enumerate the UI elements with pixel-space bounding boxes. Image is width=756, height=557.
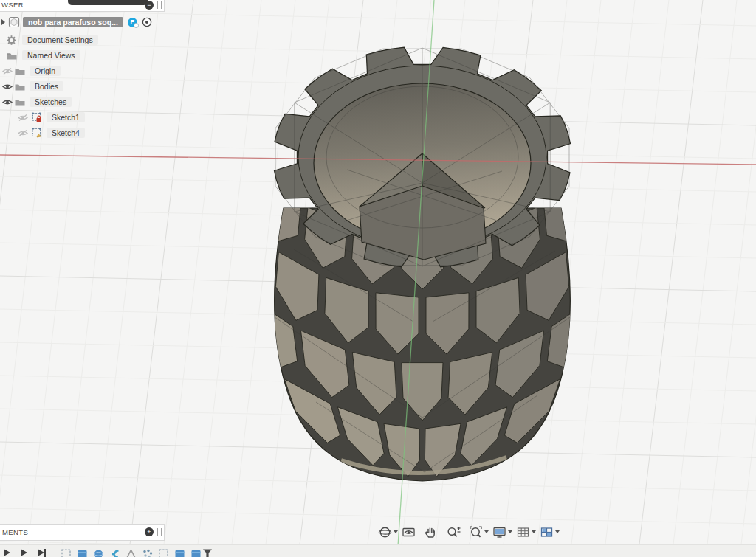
timeline-end-bar	[44, 549, 46, 557]
tree-row-sketches[interactable]: Sketches	[2, 95, 72, 108]
orbit-button[interactable]	[378, 525, 398, 539]
sketch-locked-icon	[32, 112, 43, 122]
timeline-play-button[interactable]	[4, 549, 10, 556]
tree-item-label[interactable]: Sketch1	[47, 112, 85, 122]
collaborator-badge[interactable]: E	[128, 18, 137, 27]
tree-row-sketch1[interactable]: Sketch1	[18, 111, 85, 124]
grid-settings-button[interactable]	[516, 525, 536, 539]
timeline-go-to-end-button[interactable]	[38, 549, 44, 556]
timeline-feature-sketch-icon[interactable]	[61, 548, 72, 557]
timeline-feature-revolve-icon[interactable]	[93, 548, 104, 557]
timeline-filter-icon[interactable]	[202, 548, 213, 557]
zoom-button[interactable]	[446, 525, 461, 539]
chevron-down-icon[interactable]	[532, 530, 536, 533]
add-comment-button[interactable]: +	[145, 527, 154, 536]
timeline-feature-loft-icon[interactable]	[126, 548, 137, 557]
browser-header-label: WSER	[1, 1, 24, 9]
look-at-button[interactable]	[402, 525, 416, 539]
expand-caret-icon[interactable]	[0, 18, 6, 26]
display-settings-button[interactable]	[492, 525, 512, 539]
tree-item-label[interactable]: Origin	[30, 66, 61, 76]
timeline-feature-extrude-icon[interactable]	[77, 548, 88, 557]
comments-panel-grip[interactable]	[157, 528, 162, 536]
tree-item-label[interactable]: Document Settings	[22, 35, 98, 45]
pan-button[interactable]	[424, 525, 438, 539]
timeline-feature-pattern-icon[interactable]	[142, 548, 153, 557]
component-icon	[8, 16, 20, 28]
tree-item-label[interactable]: Sketch4	[47, 128, 85, 138]
fusion360-window: WSER − nob para parafuso soq... E	[0, 0, 756, 557]
viewports-icon	[540, 525, 554, 539]
viewport-canvas[interactable]	[0, 0, 756, 557]
browser-panel-grip[interactable]	[157, 1, 162, 9]
orbit-icon	[378, 525, 392, 539]
visibility-on-icon[interactable]	[2, 98, 13, 106]
chevron-down-icon[interactable]	[394, 530, 398, 533]
panel-scroll-handle[interactable]	[68, 0, 148, 5]
display-settings-icon	[492, 525, 506, 539]
timeline-bar	[0, 544, 756, 557]
pan-hand-icon	[424, 525, 438, 539]
folder-icon	[15, 83, 25, 91]
timeline-play-forward-button[interactable]	[21, 549, 27, 556]
timeline-feature-sweep-icon[interactable]	[109, 548, 120, 557]
timeline-feature-extrude-icon[interactable]	[174, 548, 185, 557]
viewports-button[interactable]	[540, 525, 560, 539]
grid-icon	[516, 525, 530, 539]
tree-item-label[interactable]: Named Views	[22, 50, 80, 60]
comments-panel-header: MENTS +	[0, 524, 165, 541]
visibility-off-icon[interactable]	[18, 129, 28, 137]
chevron-down-icon[interactable]	[508, 530, 512, 533]
visibility-off-icon[interactable]	[18, 114, 28, 122]
tree-row-sketch4[interactable]: Sketch4	[18, 126, 85, 139]
timeline-feature-sketch-icon[interactable]	[158, 548, 169, 557]
visibility-on-icon[interactable]	[2, 83, 13, 91]
chevron-down-icon[interactable]	[484, 530, 489, 533]
folder-icon	[15, 98, 25, 106]
folder-icon	[7, 52, 17, 60]
timeline-feature-extrude-icon[interactable]	[190, 548, 202, 557]
look-at-icon	[402, 525, 416, 539]
activate-component-radio[interactable]	[142, 17, 152, 27]
tree-row-document[interactable]: nob para parafuso soq... E	[0, 15, 152, 29]
browser-panel-header: WSER −	[0, 0, 165, 12]
tree-row-bodies[interactable]: Bodies	[2, 80, 63, 93]
tree-row-document-settings[interactable]: Document Settings	[7, 33, 98, 46]
view-navigation-toolbar	[378, 524, 563, 540]
comments-header-label: MENTS	[2, 528, 28, 536]
browser-collapse-button[interactable]: −	[145, 1, 154, 10]
fit-button[interactable]	[469, 525, 489, 539]
sketch-icon	[32, 128, 43, 138]
tree-row-origin[interactable]: Origin	[2, 64, 61, 77]
visibility-off-icon[interactable]	[2, 67, 13, 75]
tree-item-label[interactable]: Sketches	[30, 97, 72, 107]
gear-icon	[7, 35, 16, 45]
document-title[interactable]: nob para parafuso soq...	[23, 17, 123, 27]
folder-icon	[15, 67, 25, 75]
chevron-down-icon[interactable]	[555, 530, 560, 533]
zoom-icon	[446, 525, 461, 539]
fit-icon	[469, 525, 483, 539]
tree-row-named-views[interactable]: Named Views	[7, 49, 80, 62]
tree-item-label[interactable]: Bodies	[30, 81, 63, 91]
